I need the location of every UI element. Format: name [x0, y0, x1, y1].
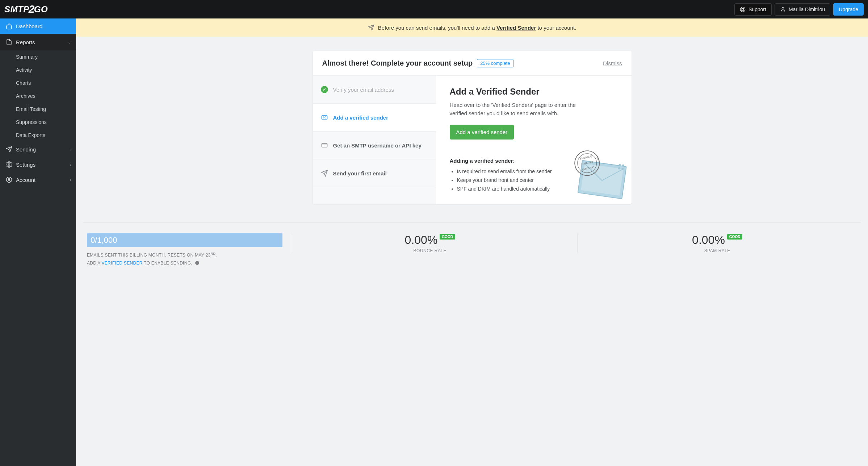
gear-icon: [6, 161, 12, 168]
svg-line-3: [743, 10, 745, 11]
bounce-value: 0.00%: [405, 233, 438, 247]
user-circle-icon: [6, 176, 12, 183]
svg-text:i: i: [197, 261, 198, 265]
topbar: SMTP2GO Support Marilia Dimitriou Upgrad…: [0, 0, 868, 18]
step-verify-email[interactable]: ✓ Verify your email address: [313, 76, 436, 104]
send-icon: [6, 146, 12, 153]
verified-sender-banner: Before you can send emails, you'll need …: [76, 18, 868, 37]
svg-line-4: [743, 8, 745, 9]
bounce-label: BOUNCE RATE: [414, 248, 446, 253]
svg-line-5: [741, 10, 742, 11]
svg-point-1: [742, 8, 743, 10]
svg-line-2: [741, 8, 742, 9]
sidebar-sub-suppressions[interactable]: Suppressions: [0, 116, 76, 129]
sidebar-sub-data-exports[interactable]: Data Exports: [0, 129, 76, 142]
step-add-verified-sender[interactable]: Add a verified sender: [313, 104, 436, 132]
user-menu-button[interactable]: Marilia Dimitriou: [775, 3, 830, 16]
main: Before you can send emails, you'll need …: [76, 18, 868, 466]
spam-value: 0.00%: [692, 233, 725, 247]
sidebar-sub-email-testing[interactable]: Email Testing: [0, 103, 76, 116]
verified-sender-link[interactable]: VERIFIED SENDER: [101, 261, 142, 266]
detail-desc: Head over to the 'Verified Senders' page…: [450, 101, 587, 117]
sidebar-sub-charts[interactable]: Charts: [0, 76, 76, 90]
progress-badge: 25% complete: [477, 59, 513, 67]
sidebar-item-dashboard[interactable]: Dashboard: [0, 18, 76, 34]
sidebar-item-reports[interactable]: Reports ⌄: [0, 34, 76, 50]
step-get-api-key[interactable]: Get an SMTP username or API key: [313, 132, 436, 159]
upgrade-button[interactable]: Upgrade: [833, 3, 864, 16]
setup-steps: ✓ Verify your email address Add a verifi…: [313, 76, 436, 204]
dismiss-link[interactable]: Dismiss: [603, 60, 622, 66]
sidebar-item-account[interactable]: Account ‹: [0, 172, 76, 187]
detail-title: Add a Verified Sender: [450, 87, 621, 97]
dashboard-stats: 0/1,000 EMAILS SENT THIS BILLING MONTH. …: [83, 222, 861, 274]
svg-point-15: [323, 117, 324, 118]
setup-title: Almost there! Complete your account setu…: [322, 59, 473, 67]
chevron-left-icon: ‹: [70, 178, 71, 182]
paper-plane-icon: [368, 24, 374, 31]
home-icon: [6, 23, 12, 29]
step-send-first-email[interactable]: Send your first email: [313, 159, 436, 187]
add-verified-sender-button[interactable]: Add a verified sender: [450, 125, 514, 140]
card-icon: [321, 142, 328, 149]
verified-sender-link[interactable]: Verified Sender: [496, 25, 536, 31]
sidebar: Dashboard Reports ⌄ Summary Activity Cha…: [0, 18, 76, 466]
svg-point-6: [782, 7, 784, 9]
support-button[interactable]: Support: [734, 3, 772, 16]
spam-label: SPAM RATE: [704, 248, 730, 253]
user-icon: [780, 7, 786, 12]
chevron-down-icon: ⌄: [68, 40, 71, 45]
sidebar-sub-summary[interactable]: Summary: [0, 50, 76, 63]
status-badge: GOOD: [727, 234, 743, 240]
usage-panel: 0/1,000 EMAILS SENT THIS BILLING MONTH. …: [87, 233, 282, 267]
sidebar-sub-archives[interactable]: Archives: [0, 90, 76, 103]
sidebar-item-sending[interactable]: Sending ‹: [0, 142, 76, 157]
bounce-rate-metric: 0.00% GOOD BOUNCE RATE: [290, 233, 570, 253]
check-icon: ✓: [321, 86, 328, 93]
document-icon: [6, 39, 12, 45]
status-badge: GOOD: [440, 234, 455, 240]
svg-point-9: [8, 164, 10, 166]
spam-rate-metric: 0.00% GOOD SPAM RATE: [577, 233, 857, 253]
svg-point-11: [8, 178, 10, 180]
sidebar-sub-activity[interactable]: Activity: [0, 63, 76, 76]
setup-card: Almost there! Complete your account setu…: [313, 51, 632, 204]
info-icon[interactable]: i: [195, 261, 200, 265]
usage-caption: EMAILS SENT THIS BILLING MONTH. RESETS O…: [87, 251, 282, 267]
sender-icon: [321, 114, 328, 121]
chevron-left-icon: ‹: [70, 147, 71, 151]
paper-plane-icon: [321, 170, 328, 177]
sidebar-item-settings[interactable]: Settings ‹: [0, 157, 76, 172]
logo[interactable]: SMTP2GO: [4, 3, 48, 16]
setup-detail: Add a Verified Sender Head over to the '…: [436, 76, 632, 204]
chevron-left-icon: ‹: [70, 162, 71, 167]
stamp-illustration: SMTP2GO 23 MR 1910 SMTP2GO POST: [566, 146, 632, 204]
setup-header: Almost there! Complete your account setu…: [313, 51, 632, 76]
lifebuoy-icon: [740, 7, 746, 12]
usage-count: 0/1,000: [87, 233, 282, 247]
